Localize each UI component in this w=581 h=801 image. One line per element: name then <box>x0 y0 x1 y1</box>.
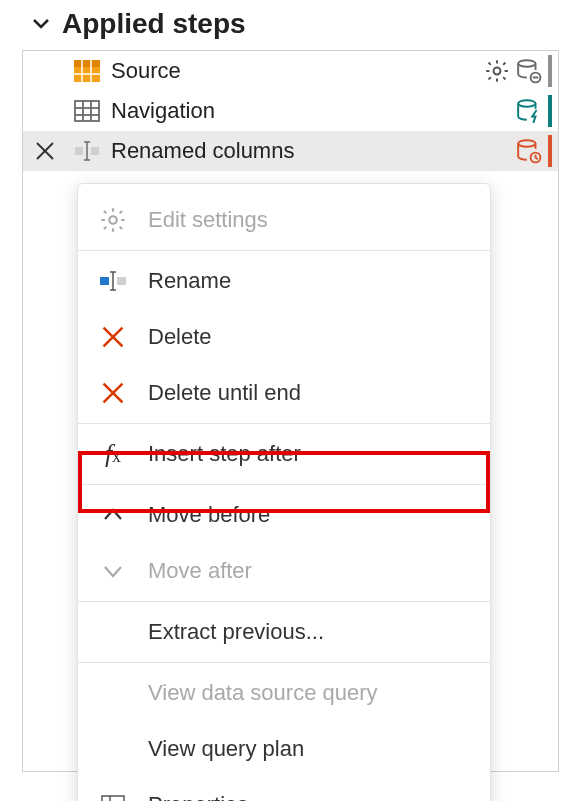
step-row-renamed-columns[interactable]: Renamed columns <box>23 131 558 171</box>
menu-label: View data source query <box>148 680 378 706</box>
menu-view-data-source-query: View data source query <box>78 665 490 721</box>
gear-icon <box>96 203 130 237</box>
table-icon <box>73 97 101 125</box>
svg-point-5 <box>494 68 501 75</box>
svg-rect-18 <box>91 147 99 155</box>
step-label: Source <box>111 58 484 84</box>
menu-separator <box>78 250 490 251</box>
menu-move-after: Move after <box>78 543 490 599</box>
step-label: Renamed columns <box>111 138 516 164</box>
delete-x-icon <box>96 320 130 354</box>
svg-point-6 <box>518 60 535 66</box>
fx-icon: fx <box>96 437 130 471</box>
svg-rect-9 <box>75 101 99 121</box>
menu-label: Delete until end <box>148 380 301 406</box>
database-lightning-icon <box>516 98 542 124</box>
properties-icon <box>96 788 130 801</box>
menu-label: Insert step after <box>148 441 301 467</box>
menu-extract-previous[interactable]: Extract previous... <box>78 604 490 660</box>
menu-label: Move before <box>148 502 270 528</box>
svg-rect-23 <box>117 277 126 285</box>
menu-view-query-plan[interactable]: View query plan <box>78 721 490 777</box>
step-context-menu: Edit settings Rename Delete <box>77 183 491 801</box>
menu-properties[interactable]: Properties... <box>78 777 490 801</box>
menu-label: Properties... <box>148 792 267 801</box>
panel-title: Applied steps <box>62 8 246 40</box>
database-clock-icon <box>516 138 542 164</box>
rename-icon <box>96 264 130 298</box>
menu-label: Extract previous... <box>148 619 324 645</box>
menu-separator <box>78 662 490 663</box>
menu-label: Edit settings <box>148 207 268 233</box>
delete-step-button[interactable] <box>31 137 59 165</box>
menu-rename[interactable]: Rename <box>78 253 490 309</box>
svg-rect-1 <box>74 60 100 67</box>
menu-insert-step-after[interactable]: fx Insert step after <box>78 426 490 482</box>
delete-x-icon <box>96 376 130 410</box>
svg-point-14 <box>518 100 535 107</box>
chevron-down-icon <box>96 554 130 588</box>
menu-separator <box>78 601 490 602</box>
step-status-bar <box>548 95 552 127</box>
svg-point-21 <box>109 216 116 223</box>
menu-move-before[interactable]: Move before <box>78 487 490 543</box>
step-status-bar <box>548 55 552 87</box>
menu-label: View query plan <box>148 736 304 762</box>
menu-edit-settings: Edit settings <box>78 192 490 248</box>
step-status-bar <box>548 135 552 167</box>
step-label: Navigation <box>111 98 516 124</box>
menu-delete-until-end[interactable]: Delete until end <box>78 365 490 421</box>
applied-steps-header[interactable]: Applied steps <box>0 0 581 50</box>
svg-rect-28 <box>102 796 124 801</box>
svg-rect-22 <box>100 277 109 285</box>
menu-delete[interactable]: Delete <box>78 309 490 365</box>
menu-label: Move after <box>148 558 252 584</box>
svg-rect-17 <box>75 147 83 155</box>
svg-point-19 <box>518 140 535 147</box>
applied-steps-list: Source <box>22 50 559 772</box>
chevron-up-icon <box>96 498 130 532</box>
step-row-source[interactable]: Source <box>23 51 558 91</box>
menu-separator <box>78 423 490 424</box>
menu-separator <box>78 484 490 485</box>
step-row-navigation[interactable]: Navigation <box>23 91 558 131</box>
chevron-down-icon <box>32 15 50 33</box>
database-minus-icon <box>516 58 542 84</box>
table-orange-icon <box>73 57 101 85</box>
menu-label: Delete <box>148 324 212 350</box>
gear-icon[interactable] <box>484 58 510 84</box>
menu-label: Rename <box>148 268 231 294</box>
rename-column-icon <box>73 137 101 165</box>
